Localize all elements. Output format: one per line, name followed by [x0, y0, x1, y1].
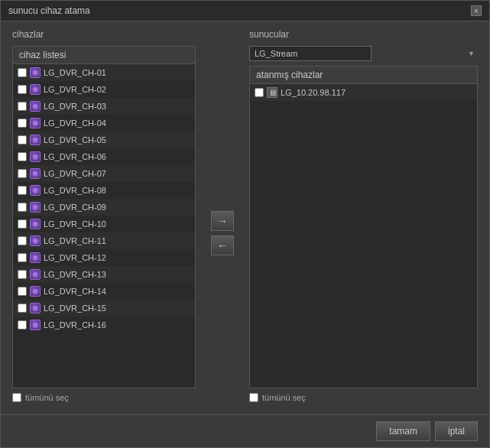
remove-button[interactable]: ← — [211, 235, 234, 255]
select-all-left-checkbox[interactable] — [12, 393, 21, 402]
dialog-title: sunucu cihaz atama — [8, 5, 90, 16]
device-item-label: LG_DVR_CH-15 — [44, 304, 106, 313]
server-dropdown-wrapper: LG_Stream — [249, 46, 478, 61]
select-all-left-label: tümünü seç — [25, 393, 69, 402]
device-list-item[interactable]: LG_DVR_CH-04 — [13, 115, 195, 131]
panels-row: cihazlar cihaz listesi LG_DVR_CH-01 LG_D… — [12, 29, 478, 407]
device-checkbox[interactable] — [18, 236, 27, 245]
device-icon — [30, 219, 41, 229]
device-icon-inner — [33, 138, 38, 143]
device-icon — [30, 151, 41, 162]
device-checkbox[interactable] — [18, 287, 27, 296]
device-list-item[interactable]: LG_DVR_CH-03 — [13, 98, 195, 115]
device-list-item[interactable]: LG_DVR_CH-01 — [13, 64, 195, 81]
device-item-label: LG_DVR_CH-09 — [44, 203, 106, 212]
device-checkbox[interactable] — [18, 270, 27, 279]
device-checkbox[interactable] — [18, 219, 27, 229]
device-item-label: LG_DVR_CH-02 — [44, 85, 106, 94]
server-dropdown[interactable]: LG_Stream — [249, 46, 372, 61]
device-list-item[interactable]: LG_DVR_CH-14 — [13, 283, 195, 300]
device-item-label: LG_DVR_CH-13 — [44, 270, 106, 279]
assigned-list-item[interactable]: 🖥 LG_10.20.98.117 — [250, 84, 477, 101]
device-icon — [30, 303, 41, 313]
device-checkbox[interactable] — [18, 203, 27, 212]
device-checkbox[interactable] — [18, 186, 27, 195]
device-checkbox[interactable] — [18, 68, 27, 77]
device-list-item[interactable]: LG_DVR_CH-06 — [13, 148, 195, 165]
device-item-label: LG_DVR_CH-03 — [44, 102, 106, 111]
device-item-label: LG_DVR_CH-12 — [44, 253, 106, 262]
device-list-item[interactable]: LG_DVR_CH-15 — [13, 300, 195, 317]
title-bar: sunucu cihaz atama × — [1, 1, 489, 21]
device-icon — [30, 135, 41, 145]
device-list-item[interactable]: LG_DVR_CH-09 — [13, 199, 195, 216]
device-item-label: LG_DVR_CH-04 — [44, 118, 106, 128]
device-icon — [30, 118, 41, 128]
device-list: LG_DVR_CH-01 LG_DVR_CH-02 LG_DVR_CH-03 L… — [13, 64, 195, 333]
close-button[interactable]: × — [471, 5, 482, 16]
device-icon — [30, 235, 41, 246]
device-icon-inner — [33, 239, 38, 244]
device-item-label: LG_DVR_CH-07 — [44, 169, 106, 178]
left-panel: cihazlar cihaz listesi LG_DVR_CH-01 LG_D… — [12, 29, 196, 407]
device-checkbox[interactable] — [18, 320, 27, 330]
device-list-item[interactable]: LG_DVR_CH-11 — [13, 232, 195, 249]
device-icon-inner — [33, 272, 38, 278]
device-icon-inner — [33, 171, 38, 177]
device-list-item[interactable]: LG_DVR_CH-12 — [13, 249, 195, 266]
add-button[interactable]: → — [211, 211, 234, 231]
device-icon-inner — [33, 188, 38, 193]
device-icon — [30, 168, 41, 179]
device-icon-inner — [33, 205, 38, 210]
device-icon — [30, 202, 41, 213]
middle-buttons: → ← — [203, 29, 242, 407]
device-icon — [30, 252, 41, 263]
select-all-right-checkbox[interactable] — [249, 393, 258, 402]
device-checkbox[interactable] — [18, 85, 27, 94]
device-icon — [30, 67, 41, 78]
dialog-window: sunucu cihaz atama × cihazlar cihaz list… — [0, 0, 490, 448]
right-panel-label: sunucular — [249, 29, 478, 40]
device-checkbox[interactable] — [18, 253, 27, 262]
device-icon — [30, 286, 41, 297]
device-icon-inner — [33, 323, 38, 328]
device-checkbox[interactable] — [18, 118, 27, 128]
assigned-list-box[interactable]: atanmış cihazlar 🖥 LG_10.20.98.117 — [249, 66, 478, 388]
device-list-item[interactable]: LG_DVR_CH-08 — [13, 182, 195, 199]
assigned-item-label: LG_10.20.98.117 — [281, 88, 346, 97]
device-list-item[interactable]: LG_DVR_CH-13 — [13, 266, 195, 283]
device-icon-inner — [33, 289, 38, 294]
device-checkbox[interactable] — [18, 169, 27, 178]
device-item-label: LG_DVR_CH-05 — [44, 135, 106, 144]
device-icon-inner — [33, 222, 38, 227]
device-list-item[interactable]: LG_DVR_CH-16 — [13, 317, 195, 333]
device-list-box[interactable]: cihaz listesi LG_DVR_CH-01 LG_DVR_CH-02 … — [12, 46, 196, 388]
cancel-button[interactable]: iptal — [435, 421, 478, 441]
select-all-left-row: tümünü seç — [12, 388, 196, 407]
select-all-right-label: tümünü seç — [262, 393, 306, 402]
assigned-list-header: atanmış cihazlar — [250, 67, 477, 84]
device-list-item[interactable]: LG_DVR_CH-05 — [13, 131, 195, 148]
folder-icon: 🖥 — [268, 88, 277, 97]
device-checkbox[interactable] — [18, 102, 27, 111]
device-list-item[interactable]: LG_DVR_CH-10 — [13, 216, 195, 232]
device-item-label: LG_DVR_CH-16 — [44, 320, 106, 330]
device-list-item[interactable]: LG_DVR_CH-07 — [13, 165, 195, 182]
device-checkbox[interactable] — [18, 152, 27, 161]
ok-button[interactable]: tamam — [376, 421, 430, 441]
device-icon-inner — [33, 104, 38, 109]
device-icon — [30, 101, 41, 112]
device-icon-inner — [33, 255, 38, 261]
bottom-bar: tamam iptal — [1, 414, 489, 447]
device-list-item[interactable]: LG_DVR_CH-02 — [13, 81, 195, 98]
device-checkbox[interactable] — [18, 135, 27, 144]
select-all-right-row: tümünü seç — [249, 388, 478, 407]
device-icon-inner — [33, 306, 38, 311]
device-checkbox[interactable] — [18, 304, 27, 313]
dialog-body: cihazlar cihaz listesi LG_DVR_CH-01 LG_D… — [1, 21, 489, 414]
server-icon: 🖥 — [267, 87, 277, 98]
device-icon-inner — [33, 154, 38, 160]
device-icon — [30, 185, 41, 196]
assigned-checkbox[interactable] — [255, 88, 264, 97]
device-icon — [30, 84, 41, 95]
